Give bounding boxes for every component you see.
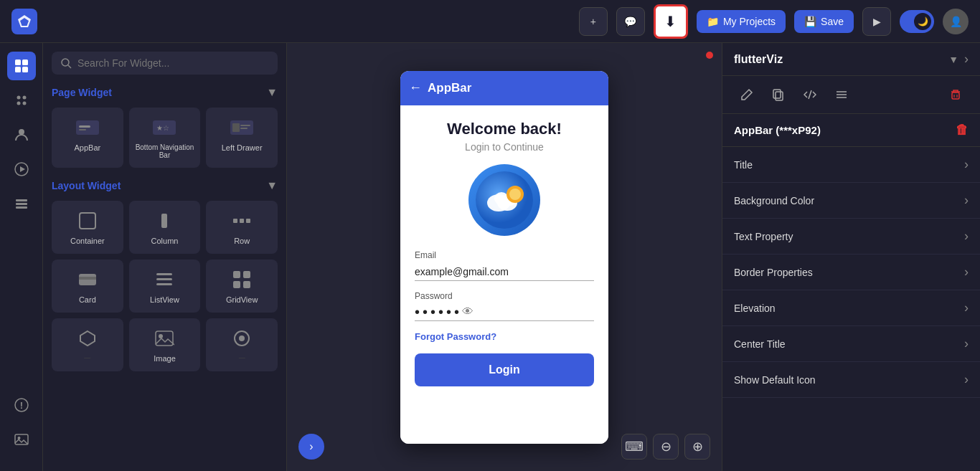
section-show-default-icon[interactable]: Show Default Icon xyxy=(722,362,980,398)
section-border-properties[interactable]: Border Properties xyxy=(722,254,980,290)
logo-svg xyxy=(476,171,533,229)
add-button[interactable]: + xyxy=(579,7,608,36)
topbar: + 💬 ⬇ Download Project 📁 My Projects 💾 S… xyxy=(0,0,980,43)
widget-title-text: AppBar (***xP92) xyxy=(734,124,821,136)
eye-icon[interactable]: 👁 xyxy=(462,305,473,318)
sidebar-item-play[interactable] xyxy=(7,155,36,184)
svg-rect-38 xyxy=(156,273,172,275)
widget-image[interactable]: Image xyxy=(129,318,201,371)
widget-card[interactable]: Card xyxy=(52,260,123,313)
zoom-in-button[interactable]: ⊕ xyxy=(684,434,710,460)
email-value[interactable]: example@gmail.com xyxy=(415,263,594,280)
svg-rect-34 xyxy=(240,219,244,223)
extra1-widget-label: — xyxy=(84,354,90,361)
copy-tool-button[interactable] xyxy=(765,82,791,108)
widget-bottomnav[interactable]: ★☆ Bottom Navigation Bar xyxy=(129,108,201,168)
page-widget-title: Page Widget xyxy=(52,87,112,98)
image-widget-icon xyxy=(153,327,176,350)
gridview-widget-label: GridView xyxy=(226,295,258,304)
column-widget-icon xyxy=(153,209,176,232)
password-dots[interactable]: •••••• xyxy=(415,304,462,320)
phone-welcome-title: Welcome back! xyxy=(447,120,562,138)
sidebar-item-person[interactable] xyxy=(7,120,36,149)
sidebar-item-dots[interactable] xyxy=(7,86,36,115)
appbar-widget-icon xyxy=(76,116,99,139)
zoom-in-icon: ⊕ xyxy=(692,439,703,455)
menu-tool-button[interactable] xyxy=(829,82,854,108)
edit-tool-button[interactable] xyxy=(734,82,760,108)
section-center-title[interactable]: Center Title xyxy=(722,326,980,362)
phone-appbar: ← AppBar xyxy=(400,71,608,105)
chat-button[interactable]: 💬 xyxy=(616,7,645,36)
widget-delete-icon[interactable]: 🗑 xyxy=(956,123,969,138)
section-elevation[interactable]: Elevation xyxy=(722,290,980,326)
sidebar-item-image[interactable] xyxy=(7,425,36,454)
svg-rect-24 xyxy=(79,129,86,130)
download-button[interactable]: ⬇ xyxy=(654,4,688,39)
svg-rect-15 xyxy=(16,206,27,209)
svg-marker-45 xyxy=(80,331,95,346)
svg-point-49 xyxy=(239,336,245,341)
svg-point-10 xyxy=(19,129,24,135)
props-dropdown-icon[interactable]: ▼ xyxy=(948,54,958,65)
password-input-row: •••••• 👁 xyxy=(415,304,594,321)
layout-widget-collapse-icon[interactable]: ▼ xyxy=(266,179,278,192)
widget-extra2[interactable]: — xyxy=(206,318,278,371)
svg-rect-4 xyxy=(15,67,21,72)
section-title-label: Title xyxy=(734,159,964,171)
widget-appbar[interactable]: AppBar xyxy=(52,108,123,168)
zoom-out-button[interactable]: ⊖ xyxy=(653,434,679,460)
sidebar-item-grid[interactable] xyxy=(7,52,36,80)
section-background-color[interactable]: Background Color xyxy=(722,183,980,219)
widget-column[interactable]: Column xyxy=(129,201,201,254)
appbar-back-icon[interactable]: ← xyxy=(409,80,422,95)
section-title[interactable]: Title xyxy=(722,147,980,183)
my-projects-button[interactable]: 📁 My Projects xyxy=(697,10,786,33)
preview-button[interactable]: ▶ xyxy=(862,7,891,36)
project-name: flutterViz xyxy=(734,53,943,66)
svg-text:★☆: ★☆ xyxy=(156,124,169,132)
svg-rect-33 xyxy=(233,219,237,223)
save-button[interactable]: 💾 Save xyxy=(794,10,854,33)
widget-row[interactable]: Row xyxy=(206,201,278,254)
widget-extra1[interactable]: — xyxy=(52,318,123,371)
svg-rect-13 xyxy=(16,199,27,201)
phone-frame: ← AppBar Welcome back! Login to Continue xyxy=(400,71,608,444)
layout-widget-section-header: Layout Widget ▼ xyxy=(52,179,278,192)
gridview-widget-icon xyxy=(230,268,253,291)
section-text-property[interactable]: Text Property xyxy=(722,219,980,254)
widget-container[interactable]: Container xyxy=(52,201,123,254)
svg-rect-32 xyxy=(161,214,167,228)
keyboard-button[interactable]: ⌨ xyxy=(621,434,647,460)
code-tool-button[interactable] xyxy=(797,82,823,108)
widget-leftdrawer[interactable]: Left Drawer xyxy=(206,108,278,168)
props-toolbar xyxy=(722,76,980,114)
page-widget-collapse-icon[interactable]: ▼ xyxy=(266,86,278,99)
svg-rect-23 xyxy=(79,125,90,128)
avatar[interactable]: 👤 xyxy=(943,9,969,34)
sidebar-item-layers[interactable] xyxy=(7,189,36,218)
widget-gridview[interactable]: GridView xyxy=(206,260,278,313)
theme-toggle[interactable]: 🌙 xyxy=(900,10,934,33)
widget-listview[interactable]: ListView xyxy=(129,260,201,313)
widget-title-row: AppBar (***xP92) 🗑 xyxy=(722,114,980,147)
sidebar-item-alert[interactable]: ! xyxy=(7,391,36,419)
expand-toggle[interactable]: › xyxy=(298,434,324,460)
login-button[interactable]: Login xyxy=(415,353,594,386)
props-header: flutterViz ▼ › xyxy=(722,43,980,76)
forgot-password-link[interactable]: Forgot Password? xyxy=(415,331,594,342)
layout-widget-grid: Container Column Row Card xyxy=(52,201,278,371)
svg-text:!: ! xyxy=(19,400,22,411)
search-input[interactable] xyxy=(77,57,269,69)
row-widget-icon xyxy=(230,209,253,232)
svg-line-21 xyxy=(68,65,71,68)
props-expand-icon[interactable]: › xyxy=(964,52,969,67)
svg-rect-46 xyxy=(156,331,173,346)
svg-line-59 xyxy=(809,90,811,99)
svg-rect-41 xyxy=(233,271,240,278)
chat-icon: 💬 xyxy=(624,16,636,27)
bottomnav-widget-label: Bottom Navigation Bar xyxy=(135,143,195,159)
image-widget-label: Image xyxy=(154,354,176,363)
delete-tool-button[interactable] xyxy=(943,82,969,108)
svg-rect-29 xyxy=(240,125,250,126)
